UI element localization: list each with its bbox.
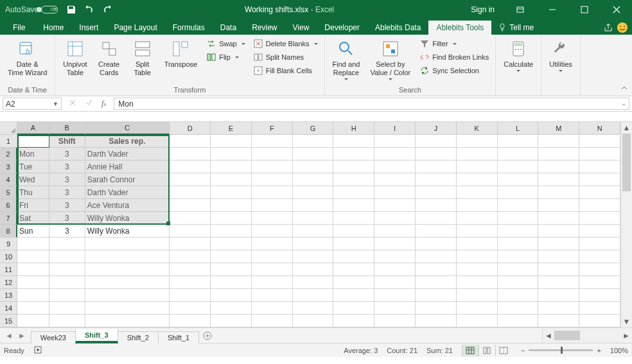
cell-G6[interactable] [293,199,334,212]
sheet-tab-shift_2[interactable]: Shift_2 [118,331,159,343]
autosave-toggle[interactable]: AutoSave Off [3,4,60,15]
select-all-button[interactable] [0,122,17,135]
cell-M9[interactable] [538,238,579,250]
cell-I6[interactable] [374,199,416,212]
cell-L1[interactable] [498,135,539,148]
cell-G13[interactable] [293,289,334,302]
cell-J6[interactable] [416,199,457,212]
cell-H10[interactable] [333,250,374,263]
tab-insert[interactable]: Insert [71,21,106,35]
view-normal-button[interactable] [462,345,478,356]
cell-B12[interactable] [49,276,85,289]
flip-button[interactable]: Flip [204,51,248,64]
cell-F7[interactable] [252,212,293,225]
scroll-left-button[interactable]: ◄ [543,328,554,343]
new-sheet-button[interactable] [198,328,216,343]
cell-N9[interactable] [579,238,620,250]
cell-M1[interactable] [538,135,579,148]
cell-A13[interactable] [17,289,49,302]
cell-B1[interactable]: Shift [49,135,85,148]
zoom-out-button[interactable]: − [521,347,525,354]
cell-L10[interactable] [498,250,539,263]
cell-D5[interactable] [170,186,211,199]
cell-G14[interactable] [293,302,334,315]
column-header-L[interactable]: L [498,122,539,135]
cancel-formula-button[interactable] [66,99,80,108]
cell-N15[interactable] [579,315,620,327]
cell-I15[interactable] [374,315,416,327]
hscroll-thumb[interactable] [554,331,580,340]
cell-B14[interactable] [49,302,85,315]
cell-H3[interactable] [333,160,374,173]
cell-H15[interactable] [333,315,374,327]
cell-K9[interactable] [457,238,498,250]
cell-J10[interactable] [416,250,457,263]
row-header-3[interactable]: 3 [0,160,17,173]
cell-A10[interactable] [17,250,49,263]
cell-F11[interactable] [252,263,293,276]
cell-H13[interactable] [333,289,374,302]
column-header-I[interactable]: I [374,122,416,135]
cell-L14[interactable] [498,302,539,315]
cell-M8[interactable] [538,225,579,238]
row-header-13[interactable]: 13 [0,289,17,302]
sheet-nav-next[interactable]: ► [18,331,26,340]
cell-B10[interactable] [49,250,85,263]
cell-C12[interactable] [85,276,170,289]
cell-H1[interactable] [333,135,374,148]
cell-M5[interactable] [538,186,579,199]
cell-K4[interactable] [457,173,498,186]
cell-D15[interactable] [170,315,211,327]
cell-M3[interactable] [538,160,579,173]
column-header-J[interactable]: J [416,122,457,135]
column-header-F[interactable]: F [252,122,293,135]
cell-D2[interactable] [170,148,211,160]
cell-E8[interactable] [211,225,252,238]
cell-A7[interactable]: Sat [17,212,49,225]
swap-button[interactable]: Swap [204,37,248,50]
cell-H5[interactable] [333,186,374,199]
cell-L4[interactable] [498,173,539,186]
cell-L3[interactable] [498,160,539,173]
cell-N2[interactable] [579,148,620,160]
column-header-A[interactable]: A [17,122,49,135]
cell-I13[interactable] [374,289,416,302]
cell-B9[interactable] [49,238,85,250]
cell-B13[interactable] [49,289,85,302]
cell-K15[interactable] [457,315,498,327]
cell-D12[interactable] [170,276,211,289]
cell-A11[interactable] [17,263,49,276]
cell-K5[interactable] [457,186,498,199]
cell-L6[interactable] [498,199,539,212]
cell-H7[interactable] [333,212,374,225]
cell-M2[interactable] [538,148,579,160]
create-cards-button[interactable]: Create Cards [94,36,125,78]
cell-K8[interactable] [457,225,498,238]
sheet-nav-prev[interactable]: ◄ [5,331,13,340]
save-button[interactable] [64,3,78,17]
row-header-7[interactable]: 7 [0,212,17,225]
view-page-break-button[interactable] [495,345,512,356]
cell-H6[interactable] [333,199,374,212]
cell-J2[interactable] [416,148,457,160]
column-header-D[interactable]: D [170,122,211,135]
cell-B6[interactable]: 3 [49,199,85,212]
cell-G1[interactable] [293,135,334,148]
cell-M11[interactable] [538,263,579,276]
cell-E3[interactable] [211,160,252,173]
cell-I7[interactable] [374,212,416,225]
sheet-tab-shift_3[interactable]: Shift_3 [75,329,118,343]
row-header-4[interactable]: 4 [0,173,17,186]
cell-K7[interactable] [457,212,498,225]
cell-D13[interactable] [170,289,211,302]
cell-J5[interactable] [416,186,457,199]
tab-formulas[interactable]: Formulas [165,21,213,35]
tab-developer[interactable]: Developer [317,21,367,35]
macro-record-button[interactable] [33,345,42,356]
cell-F3[interactable] [252,160,293,173]
select-by-value-button[interactable]: Select by Value / Color [366,36,414,82]
enter-formula-button[interactable] [82,99,96,108]
cell-I2[interactable] [374,148,416,160]
row-header-10[interactable]: 10 [0,250,17,263]
cell-E4[interactable] [211,173,252,186]
